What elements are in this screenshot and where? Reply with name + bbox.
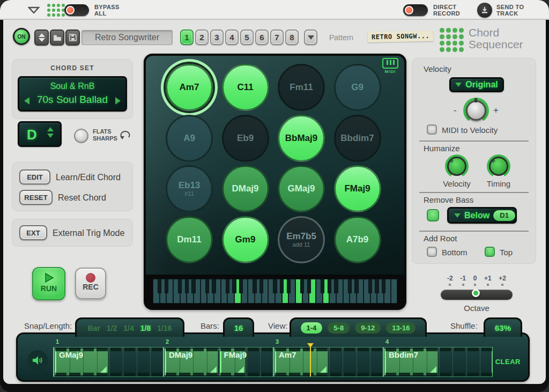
pattern-button-7[interactable]: 7 — [270, 29, 284, 45]
timeline-block-DMaj9[interactable]: DMaj9 — [165, 349, 218, 375]
chord-pad-G9[interactable]: G9 — [334, 64, 381, 111]
pattern-button-8[interactable]: 8 — [285, 29, 299, 45]
piano-black-key[interactable] — [226, 279, 229, 293]
piano-black-key[interactable] — [348, 279, 352, 293]
chord-pad-A9[interactable]: A9 — [166, 115, 213, 162]
snap-option-1/16[interactable]: 1/16 — [157, 324, 172, 332]
piano-black-key[interactable] — [321, 279, 324, 293]
chord-pad-Gm9[interactable]: Gm9 — [222, 216, 269, 263]
patch-up-down-stepper[interactable] — [34, 29, 49, 46]
add-root-top-checkbox[interactable] — [485, 247, 495, 257]
timeline-block-Am7[interactable]: Am7 — [274, 349, 328, 375]
key-stepper[interactable] — [47, 127, 54, 138]
rec-button[interactable]: REC — [75, 268, 106, 299]
remove-bass-note[interactable]: D1 — [493, 210, 515, 221]
run-button[interactable]: RUN — [32, 267, 65, 300]
chord-pad-BbMaj9[interactable]: BbMaj9 — [278, 115, 325, 162]
timeline-block-FMaj9[interactable]: FMaj9 — [220, 349, 246, 375]
send-to-track-button[interactable] — [477, 3, 492, 18]
pattern-button-5[interactable]: 5 — [240, 29, 254, 45]
piano-black-key[interactable] — [368, 279, 372, 293]
timeline-bar-3[interactable]: 3Am7 — [273, 347, 383, 376]
piano-black-key[interactable] — [191, 279, 195, 293]
chord-pad-FMaj9[interactable]: FMaj9 — [334, 165, 381, 212]
snap-option-Bar[interactable]: Bar — [87, 324, 100, 332]
velocity-mode-dropdown[interactable]: Original — [449, 77, 504, 92]
piano-black-key[interactable] — [253, 279, 256, 293]
piano-white-key[interactable] — [391, 279, 398, 304]
chord-pad-Am7[interactable]: Am7 — [166, 64, 213, 111]
ext-button[interactable]: EXT — [19, 225, 47, 240]
piano-black-key[interactable] — [307, 279, 311, 293]
pattern-name-display[interactable]: RETRO SONGW... — [368, 31, 434, 43]
chord-pad-C11[interactable]: C11 — [222, 64, 269, 111]
remove-bass-dropdown[interactable]: Below D1 — [447, 207, 517, 224]
view-option-13-16[interactable]: 13-16 — [386, 322, 416, 334]
chord-pad-Eb13[interactable]: Eb13#11 — [166, 165, 213, 212]
view-option-5-8[interactable]: 5-8 — [328, 322, 350, 334]
piano-black-key[interactable] — [232, 279, 236, 293]
view-option-9-12[interactable]: 9-12 — [355, 322, 381, 334]
piano-black-key[interactable] — [212, 279, 216, 293]
velocity-knob[interactable] — [463, 98, 489, 123]
piano-black-key[interactable] — [259, 279, 263, 293]
audition-button[interactable] — [27, 350, 48, 371]
timeline-block-Bbdim7[interactable]: Bbdim7 — [384, 349, 438, 375]
chord-set-next-arrow[interactable] — [115, 97, 121, 105]
chord-pad-Dm11[interactable]: Dm11 — [166, 216, 213, 263]
piano-black-key[interactable] — [158, 279, 161, 293]
patch-browse-button[interactable] — [50, 29, 64, 46]
add-root-bottom-checkbox[interactable] — [427, 247, 437, 257]
reset-button[interactable]: RESET — [19, 190, 53, 205]
playhead[interactable] — [310, 344, 311, 376]
patch-name-field[interactable]: Retro Songwriter — [81, 30, 173, 45]
bypass-toggle[interactable] — [64, 4, 89, 16]
piano-black-key[interactable] — [205, 279, 209, 293]
timeline-bar-4[interactable]: 4Bbdim7 — [383, 347, 493, 376]
piano-black-key[interactable] — [334, 279, 338, 293]
chord-pad-GMaj9[interactable]: GMaj9 — [278, 165, 325, 212]
chord-pad-Bbdim7[interactable]: Bbdim7 — [334, 115, 381, 162]
bars-tab[interactable]: 16 — [223, 317, 254, 337]
midi-to-velocity-checkbox[interactable] — [427, 124, 437, 135]
collapse-device-icon[interactable] — [28, 6, 40, 14]
timeline-grid[interactable]: 1GMaj92DMaj9FMaj93Am74Bbdim7 — [53, 347, 493, 377]
pattern-button-6[interactable]: 6 — [255, 29, 269, 45]
flats-sharps-button[interactable] — [74, 129, 88, 143]
snap-option-1/8[interactable]: 1/8 — [140, 324, 151, 332]
edit-button[interactable]: EDIT — [19, 169, 50, 184]
humanize-velocity-knob[interactable] — [445, 154, 469, 178]
clear-button[interactable]: CLEAR — [495, 358, 521, 366]
pattern-button-2[interactable]: 2 — [195, 29, 209, 45]
pattern-menu-button[interactable] — [304, 29, 317, 45]
pattern-button-4[interactable]: 4 — [225, 29, 239, 45]
shuffle-tab[interactable]: 63% — [484, 317, 522, 337]
patch-save-button[interactable] — [65, 29, 80, 46]
piano-black-key[interactable] — [273, 279, 277, 293]
chord-set-prev-arrow[interactable] — [24, 97, 29, 105]
piano-black-key[interactable] — [375, 279, 379, 293]
timeline-bar-2[interactable]: 2DMaj9FMaj9 — [163, 347, 273, 376]
chord-pad-A7b9[interactable]: A7b9 — [334, 216, 381, 263]
timeline-bar-1[interactable]: 1GMaj9 — [53, 347, 163, 376]
chord-pad-Em7b5[interactable]: Em7b5add 11 — [278, 216, 325, 263]
pattern-button-3[interactable]: 3 — [210, 29, 224, 45]
piano-black-key[interactable] — [354, 279, 358, 293]
humanize-timing-knob[interactable] — [487, 154, 510, 178]
snap-option-1/4[interactable]: 1/4 — [123, 324, 133, 332]
view-option-1-4[interactable]: 1-4 — [301, 322, 323, 334]
chord-pad-Fm11[interactable]: Fm11 — [278, 64, 325, 111]
piano-black-key[interactable] — [185, 279, 189, 293]
direct-record-toggle[interactable] — [403, 4, 428, 16]
chord-pad-Eb9[interactable]: Eb9 — [222, 115, 269, 162]
piano-black-key[interactable] — [382, 279, 385, 293]
piano-black-key[interactable] — [239, 279, 243, 293]
pattern-button-1[interactable]: 1 — [180, 29, 194, 45]
remove-bass-checkbox[interactable] — [427, 209, 439, 221]
octave-slider-handle[interactable] — [472, 289, 480, 297]
chord-pad-DMaj9[interactable]: DMaj9 — [222, 165, 269, 212]
piano-black-key[interactable] — [300, 279, 304, 293]
piano-black-key[interactable] — [328, 279, 331, 293]
timeline-block-GMaj9[interactable]: GMaj9 — [55, 349, 108, 375]
piano-black-key[interactable] — [287, 279, 291, 293]
